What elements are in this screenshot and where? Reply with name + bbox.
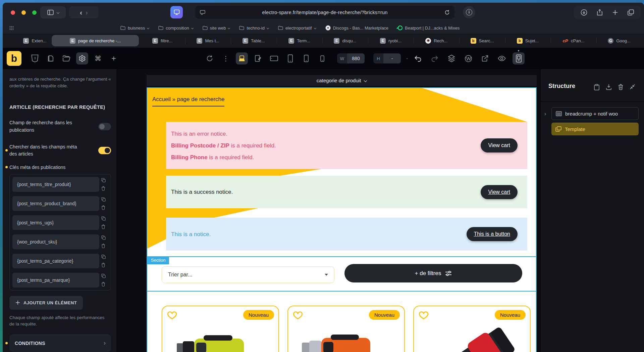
more-dots-icon[interactable]: ⋮ [220,52,232,64]
downloads-icon[interactable] [581,9,587,16]
bookmark-folder-techno-id[interactable]: techno-id [239,26,268,31]
bookmark-folder-electroportatif[interactable]: electroportatif [278,26,316,31]
breadcrumb[interactable]: Accueil » page de recherche [152,96,224,106]
structure-item-template[interactable]: Template [551,123,639,135]
revisions-layers-icon[interactable] [445,52,458,64]
tab-google[interactable]: GGoog... [596,34,642,48]
tab-overview-icon[interactable] [628,9,634,15]
tab-sujet[interactable]: bSujet... [505,34,551,48]
trash-icon[interactable] [101,282,105,287]
preview-external-icon[interactable] [479,52,491,64]
width-value[interactable]: 880 [347,53,365,63]
command-icon[interactable]: ⌘ [92,52,104,64]
structure-item-breadcrumb[interactable]: breadcrump + notif woo [551,107,639,120]
meta-search-toggle[interactable] [98,147,111,154]
website-settings-icon[interactable] [200,10,205,15]
product-card[interactable]: Nouveau [413,306,531,352]
apps-grid-icon[interactable] [9,26,14,30]
import-download-icon[interactable] [606,84,612,90]
refresh-icon[interactable] [204,52,216,64]
section-element-tag[interactable]: Section [147,256,169,264]
tab-rech[interactable]: ✳Rech... [414,34,459,48]
tab-searc[interactable]: bSearc... [459,34,505,48]
conditions-section-header[interactable]: CONDITIONS › [9,334,111,352]
wishlist-heart-icon[interactable] [419,310,429,320]
breakpoint-tablet-pen-icon[interactable] [252,52,264,64]
search-field-toggle[interactable] [98,123,111,130]
delete-trash-icon[interactable] [618,84,623,90]
bookmark-beatport[interactable]: Beatport | DJ...acks & Mixes [398,26,460,31]
tab-page-de-recherche-active[interactable]: Epage de recherche -... [52,35,139,46]
breakpoint-desktop-icon[interactable] [236,52,248,64]
wishlist-heart-icon[interactable] [167,310,177,320]
more-filters-button[interactable]: + de filtres [344,264,522,282]
trash-icon[interactable] [101,263,105,267]
duplicate-icon[interactable] [101,255,106,259]
add-item-button[interactable]: AJOUTER UN ÉLÉMENT [9,296,83,310]
preview-eye-icon[interactable] [496,52,508,64]
duplicate-icon[interactable] [101,235,106,240]
meta-key-field[interactable]: {post_terms_pa_marque} [12,273,99,288]
reload-icon[interactable] [444,10,450,15]
back-button[interactable]: ‹ [80,9,82,16]
width-field[interactable]: W 880 [337,53,365,63]
zoom-window-button[interactable] [32,10,37,15]
breakpoint-phone-small-icon[interactable] [316,52,328,64]
close-window-button[interactable] [11,10,15,15]
bookmark-folder-composition[interactable]: composition [158,26,193,31]
meta-key-field[interactable]: {post_terms_product_brand} [12,196,99,211]
template-selector-bar[interactable]: categorie de produit [147,75,537,86]
tab-extensions[interactable]: EExten... [19,34,51,48]
structure-panel-toggle-icon[interactable] [513,52,525,64]
duplicate-icon[interactable] [101,274,106,278]
undo-icon[interactable] [412,52,424,64]
sidebar-toggle-button[interactable] [40,6,66,18]
css-icon[interactable]: 3 [29,52,41,64]
meta-key-field[interactable]: {woo_product_sku} [12,234,99,249]
wordpress-icon[interactable] [462,52,474,64]
notice-button[interactable]: This is a button [467,227,518,241]
collapse-panel-icon[interactable] [630,84,635,90]
new-tab-icon[interactable] [612,9,618,15]
bookmark-discogs[interactable]: Discogs - Bas... Marketplace [325,25,388,31]
tab-group-icon[interactable] [170,6,183,18]
tab-filtre[interactable]: Efiltre... [140,34,185,48]
height-value[interactable]: - [383,53,401,63]
tab-mes-t[interactable]: EMes t... [185,34,231,48]
pages-icon[interactable] [45,52,57,64]
duplicate-icon[interactable] [101,216,106,221]
height-field[interactable]: H - [373,53,401,63]
breakpoint-phone-medium-icon[interactable] [300,52,312,64]
trash-icon[interactable] [101,244,105,248]
bookmark-folder-buisness[interactable]: buisness [120,26,149,31]
meta-key-field[interactable]: {post_terms_pa_categorie} [12,254,99,268]
duplicate-icon[interactable] [101,178,106,182]
trash-icon[interactable] [101,186,105,191]
minimize-window-button[interactable] [21,10,26,15]
product-card[interactable]: Nouveau [162,306,279,352]
forward-button[interactable]: › [86,9,88,16]
page-info-button[interactable]: i [463,6,475,18]
meta-key-field[interactable]: {post_terms_ugs} [12,215,99,230]
redo-icon[interactable] [429,52,441,64]
templates-folder-icon[interactable] [60,52,72,64]
trash-icon[interactable] [101,205,105,210]
bricks-logo[interactable]: b [7,51,21,66]
product-card[interactable]: Nouveau [287,306,405,352]
expand-chevron-icon[interactable]: › [544,111,546,117]
tab-table[interactable]: ETable... [231,34,276,48]
trash-icon[interactable] [101,224,105,229]
breakpoint-phone-large-icon[interactable] [284,52,296,64]
clipboard-icon[interactable] [594,84,599,90]
bookmark-folder-site-web[interactable]: site web [203,26,230,31]
view-cart-button[interactable]: View cart [481,138,518,152]
add-element-icon[interactable]: + [108,52,120,64]
duplicate-icon[interactable] [101,197,106,202]
settings-gear-icon[interactable] [76,52,88,64]
tab-disqu[interactable]: Edisqu... [322,34,368,48]
tab-term[interactable]: ETerm... [277,34,322,48]
share-icon[interactable] [597,9,603,16]
meta-key-field[interactable]: {post_terms_titre_produit} [12,177,99,192]
address-bar[interactable]: electro-spare.fr/template/page-de-recher… [195,6,454,19]
tab-cpanel[interactable]: cPcPan... [551,34,596,48]
